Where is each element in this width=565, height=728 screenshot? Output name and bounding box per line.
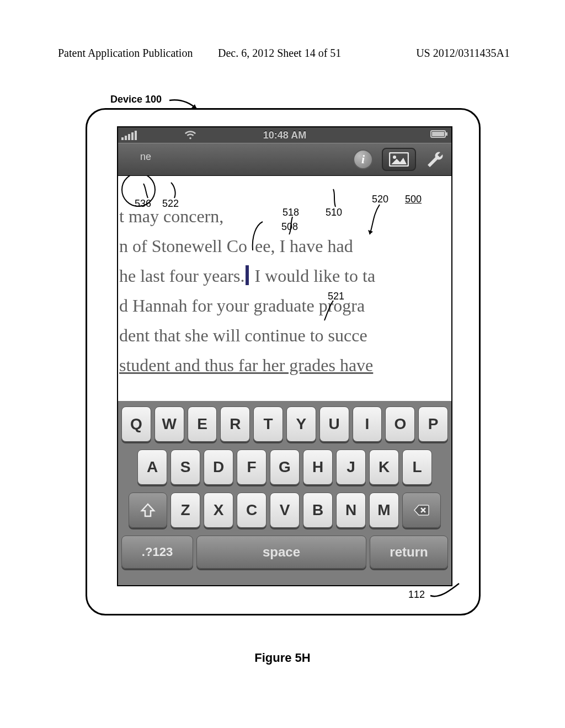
leader-520 [367,204,384,237]
backspace-icon [413,502,430,518]
key-shift[interactable] [129,493,167,528]
device-frame: 10:48 AM ne i t may concern, n of Stonew… [86,108,481,615]
image-icon [389,152,409,167]
ref-508: 508 [281,221,298,233]
screen: 10:48 AM ne i t may concern, n of Stonew… [117,126,452,586]
key-o[interactable]: O [385,406,415,442]
info-button[interactable]: i [353,149,373,169]
leader-510 [331,188,341,208]
key-c[interactable]: C [237,493,266,528]
key-r[interactable]: R [220,406,250,442]
ref-510: 510 [326,207,342,218]
keyboard: Q W E R T Y U I O P A S D F G H J K L [118,401,451,585]
document-tab-label[interactable]: ne [140,151,151,163]
key-i[interactable]: I [353,406,382,442]
keyboard-row-4: .?123 space return [121,536,448,569]
svg-rect-2 [432,132,444,136]
key-y[interactable]: Y [286,406,316,442]
key-d[interactable]: D [204,449,233,485]
ref-518: 518 [282,207,299,218]
shift-icon [140,502,156,518]
key-j[interactable]: J [336,449,366,485]
status-clock: 10:48 AM [263,130,306,141]
ref-520: 520 [372,194,388,205]
key-space[interactable]: space [196,536,366,569]
signal-icon [121,131,137,140]
key-f[interactable]: F [237,449,266,485]
key-b[interactable]: B [303,493,333,528]
key-l[interactable]: L [402,449,432,485]
leader-536 [142,183,153,199]
doc-line-3: he last four years. I would like to ta [118,261,451,291]
device-label: Device 100 [110,94,162,105]
doc-line-6: student and thus far her grades have [118,350,451,380]
figure-caption: Figure 5H [0,651,565,665]
key-backspace[interactable] [402,493,441,528]
header-mid: Dec. 6, 2012 Sheet 14 of 51 [218,47,341,60]
text-cursor [246,265,249,285]
wrench-icon [425,149,444,168]
svg-rect-1 [446,132,447,136]
doc-line-4: d Hannah for your graduate progra [118,291,451,320]
key-a[interactable]: A [137,449,167,485]
key-s[interactable]: S [170,449,200,485]
ref-500: 500 [405,194,422,205]
ref-522: 522 [162,198,179,210]
ref-536: 536 [135,198,151,210]
key-x[interactable]: X [204,493,233,528]
wifi-icon [184,129,196,143]
ref-521: 521 [328,291,344,302]
leader-521 [323,299,337,322]
keyboard-row-2: A S D F G H J K L [121,449,448,485]
header-right: US 2012/0311435A1 [416,47,510,60]
tools-button[interactable] [425,149,444,170]
key-t[interactable]: T [253,406,283,442]
key-g[interactable]: G [270,449,300,485]
key-n[interactable]: N [336,493,366,528]
key-q[interactable]: Q [121,406,151,442]
key-number-symbol[interactable]: .?123 [121,536,193,569]
header-left: Patent Application Publication [58,47,193,60]
key-h[interactable]: H [303,449,333,485]
keyboard-row-1: Q W E R T Y U I O P [121,406,448,442]
key-z[interactable]: Z [170,493,200,528]
key-w[interactable]: W [154,406,184,442]
caret-handle-icon [250,220,265,253]
leader-112 [429,582,462,604]
key-m[interactable]: M [369,493,399,528]
key-v[interactable]: V [270,493,300,528]
key-return[interactable]: return [370,536,448,569]
keyboard-row-3: Z X C V B N M [121,493,448,528]
ref-112: 112 [408,589,425,601]
key-u[interactable]: U [319,406,349,442]
key-e[interactable]: E [188,406,217,442]
svg-point-4 [393,156,396,159]
key-k[interactable]: K [369,449,399,485]
toolbar: ne i [118,143,451,176]
doc-line-5: dent that she will continue to succe [118,320,451,350]
image-button[interactable] [382,148,416,171]
battery-icon [430,130,448,141]
key-p[interactable]: P [418,406,448,442]
page-header: Patent Application Publication Dec. 6, 2… [58,47,510,60]
info-icon: i [361,152,365,167]
doc-line-2: n of Stonewell Coee, I have had [118,231,451,261]
leader-522 [170,181,181,199]
status-bar: 10:48 AM [118,127,451,143]
